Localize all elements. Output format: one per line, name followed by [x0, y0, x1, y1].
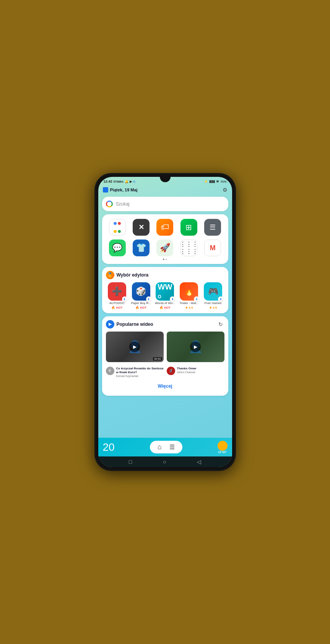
video-title-2: Thanks Omar: [177, 367, 224, 371]
play-button-1[interactable]: ▶: [129, 341, 140, 352]
nav-pill: ⌂ ☰: [150, 441, 182, 453]
editors-choice-card: 🏅 Wybór edytora ➕ ⬇ AUTODOC 🔥HOT: [102, 267, 228, 313]
bottom-bar: 20 ⌂ ☰ 13°/22°: [98, 438, 232, 456]
app-autodoc[interactable]: ➕ ⬇ AUTODOC 🔥HOT: [106, 282, 128, 309]
freegames-badge: ★4.5: [209, 306, 217, 309]
weather-widget: 13°/22°: [218, 441, 228, 453]
download-badge-paperboy: ⬇: [146, 296, 151, 302]
autodoc-badge: 🔥HOT: [111, 306, 122, 309]
phone-device: 12:42 573kB/s 🔔 ▶ G ⚡ ▮▮▮ ≋ 71% Piątek, …: [94, 173, 236, 471]
video-info-1: Co krzyczał Ronaldo do Santosa w finale …: [116, 367, 164, 378]
freegames-name: Free Games: [205, 301, 221, 305]
app-paperboy[interactable]: 🎲 ⬇ Paper Boy R... 🔥HOT: [130, 282, 152, 309]
temp-range: 13°/22°: [218, 451, 227, 453]
notification-icon: 🔔: [125, 180, 128, 183]
home-button[interactable]: ⌂: [158, 443, 162, 451]
battery-level: 71%: [220, 180, 226, 183]
date-bar: Piątek, 19 Maj ⚙: [102, 187, 228, 193]
download-badge-autodoc: ⬇: [122, 296, 127, 302]
dot-1: [163, 259, 164, 260]
screen-content: Piątek, 19 Maj ⚙ Szukaj ●● ●●: [98, 185, 232, 438]
video-meta-1: K Co krzyczał Ronaldo do Santosa w final…: [106, 367, 164, 378]
status-speed: 573kB/s: [114, 180, 124, 183]
app-gmail[interactable]: M: [202, 239, 223, 256]
signal-bars: ▮▮▮: [209, 180, 215, 183]
app-x[interactable]: ✕: [130, 219, 152, 236]
app-grid-card: ●● ●● ✕ 🏷 ⊞ ☰: [102, 214, 228, 264]
app-calendar[interactable]: ⋮⋮⋮⋮⋮⋮: [178, 239, 200, 256]
bottom-date: 20: [103, 441, 115, 453]
editors-choice-icon: 🏅: [106, 271, 114, 279]
google-logo: [106, 201, 113, 207]
search-placeholder: Szukaj: [116, 201, 130, 207]
more-button[interactable]: Więcej: [106, 380, 224, 392]
app-grid-row2: 💬 👕 🚀 ⋮⋮⋮⋮⋮⋮ M: [106, 239, 224, 257]
tinder-name: Tinder - Mat...: [180, 301, 199, 305]
app-google-assistant[interactable]: ●● ●●: [107, 219, 128, 236]
download-badge-words: ⬇: [170, 296, 175, 302]
editors-choice-title: Wybór edytora: [117, 272, 149, 278]
channel-avatar-1: K: [106, 367, 114, 375]
download-badge-freegames: ⬇: [218, 296, 223, 302]
paperboy-badge: 🔥HOT: [135, 306, 146, 309]
tinder-badge: ★4.5: [185, 306, 193, 309]
popular-video-card: ▶ Popularne wideo ↻ 👤 ▶ 00:54: [102, 316, 228, 396]
search-bar[interactable]: Szukaj: [102, 197, 228, 211]
refresh-icon[interactable]: ↻: [217, 320, 224, 328]
video-title-1: Co krzyczał Ronaldo do Santosa w finale …: [116, 367, 164, 375]
calendar-icon: [103, 187, 108, 193]
video-row: 👤 ▶ 00:54 👤 ▶: [106, 332, 224, 362]
app-football[interactable]: 👕: [130, 239, 152, 256]
video-header-left: ▶ Popularne wideo: [106, 320, 153, 328]
pagination-dots: [106, 259, 224, 260]
app-rocket[interactable]: 🚀: [154, 239, 176, 256]
status-time: 12:42: [104, 180, 112, 183]
date-label: Piątek, 19 Maj: [110, 188, 138, 192]
app-green[interactable]: ⊞: [178, 219, 200, 236]
home-nav-button[interactable]: ○: [163, 459, 166, 465]
wifi-icon: ≋: [216, 180, 219, 183]
popular-video-title: Popularne wideo: [117, 322, 153, 327]
recents-button[interactable]: ◁: [197, 459, 201, 465]
play-icon: ▶: [130, 180, 132, 183]
settings-icon[interactable]: ⚙: [223, 187, 228, 193]
app-orange[interactable]: 🏷: [154, 219, 176, 236]
channel-avatar-2: 🦸: [167, 367, 175, 375]
app-dark[interactable]: ☰: [202, 219, 223, 236]
duration-badge-1: 00:54: [153, 357, 162, 361]
back-button[interactable]: □: [129, 459, 132, 465]
app-tinder[interactable]: 🔥 ⬇ Tinder - Mat... ★4.5: [178, 282, 200, 309]
channel-name-1: Konrad Szymański: [116, 375, 164, 377]
play-button-2[interactable]: ▶: [190, 341, 201, 352]
app-whatsapp[interactable]: 💬: [107, 239, 128, 256]
phone-screen: 12:42 573kB/s 🔔 ▶ G ⚡ ▮▮▮ ≋ 71% Piątek, …: [98, 177, 232, 467]
autodoc-name: AUTODOC: [109, 301, 125, 305]
system-navigation: □ ○ ◁: [98, 456, 232, 467]
bluetooth-icon: ⚡: [204, 180, 208, 183]
download-badge-tinder: ⬇: [194, 296, 199, 302]
video-info-2: Thanks Omar John's Channel: [177, 367, 224, 374]
video-thumb-1[interactable]: 👤 ▶ 00:54: [106, 332, 164, 362]
menu-button[interactable]: ☰: [169, 443, 175, 451]
weather-sun-icon: [218, 441, 228, 451]
editors-choice-header: 🏅 Wybór edytora: [106, 271, 224, 279]
video-meta-2: 🦸 Thanks Omar John's Channel: [167, 367, 224, 378]
app-grid-row1: ●● ●● ✕ 🏷 ⊞ ☰: [106, 218, 224, 236]
google-icon-status: G: [133, 180, 135, 183]
channel-name-2: John's Channel: [177, 371, 224, 374]
video-meta-row: K Co krzyczał Ronaldo do Santosa w final…: [106, 365, 224, 378]
video-thumb-2[interactable]: 👤 ▶: [167, 332, 224, 362]
editors-choice-apps: ➕ ⬇ AUTODOC 🔥HOT 🎲 ⬇: [106, 282, 224, 309]
dot-2: [166, 259, 167, 260]
app-words[interactable]: WWO ⬇ Words of Wo... 🔥HOT: [154, 282, 176, 309]
words-name: Words of Wo...: [155, 301, 175, 305]
video-icon: ▶: [106, 320, 114, 328]
paperboy-name: Paper Boy R...: [131, 301, 151, 305]
words-badge: 🔥HOT: [159, 306, 171, 309]
video-section-header: ▶ Popularne wideo ↻: [106, 320, 224, 328]
app-freegames[interactable]: 🎮 ⬇ Free Games ★4.5: [202, 282, 224, 309]
